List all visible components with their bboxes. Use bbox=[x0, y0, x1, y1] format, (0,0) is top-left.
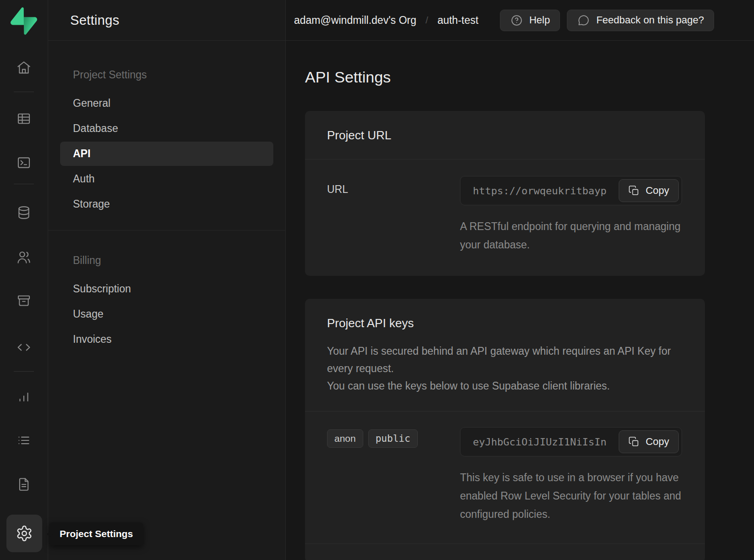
api-keys-card-title: Project API keys bbox=[327, 316, 683, 330]
breadcrumb: adam@windmill.dev's Org / auth-test bbox=[294, 14, 478, 27]
next-key-row-cutoff bbox=[305, 544, 705, 560]
rail-item-database[interactable] bbox=[14, 203, 34, 223]
anon-key-value: eyJhbGciOiJIUzI1NiIsIn bbox=[473, 436, 606, 448]
app-window: Project Settings Settings Project Settin… bbox=[0, 0, 754, 560]
top-bar: adam@windmill.dev's Org / auth-test Help… bbox=[286, 0, 754, 41]
sidebar-divider bbox=[48, 230, 285, 231]
rail-item-sql-editor[interactable] bbox=[14, 153, 34, 173]
project-url-card: Project URL URL https://orwqeukritbayp bbox=[305, 111, 705, 276]
edge-functions-icon bbox=[16, 340, 32, 355]
supabase-logo[interactable] bbox=[11, 7, 37, 34]
feedback-button[interactable]: Feedback on this page? bbox=[567, 10, 714, 31]
page-content: API Settings Project URL URL https://orw… bbox=[286, 41, 754, 560]
project-url-card-title: Project URL bbox=[327, 128, 683, 143]
rail-item-storage[interactable] bbox=[14, 291, 34, 311]
rail-item-table-editor[interactable] bbox=[14, 109, 34, 129]
anon-badge: anon bbox=[327, 429, 363, 448]
url-row-content: https://orwqeukritbayp Copy A RESTful en… bbox=[460, 176, 682, 254]
gear-icon bbox=[16, 525, 33, 542]
anon-key-content: eyJhbGciOiJIUzI1NiIsIn Copy This key is … bbox=[460, 427, 682, 523]
breadcrumb-org[interactable]: adam@windmill.dev's Org bbox=[294, 14, 416, 27]
rail-divider bbox=[14, 92, 34, 92]
anon-key-description: This key is safe to use in a browser if … bbox=[460, 468, 682, 523]
page-title: API Settings bbox=[305, 68, 705, 86]
supabase-logo-icon bbox=[11, 7, 37, 35]
public-badge: public bbox=[368, 429, 418, 448]
anon-key-row: anon public eyJhbGciOiJIUzI1NiIsIn bbox=[305, 411, 705, 544]
settings-sidebar: Settings Project Settings General Databa… bbox=[48, 0, 286, 560]
sql-editor-icon bbox=[16, 155, 32, 170]
feedback-button-label: Feedback on this page? bbox=[596, 14, 704, 26]
sidebar-title: Settings bbox=[70, 13, 119, 28]
tooltip-label: Project Settings bbox=[60, 528, 133, 539]
sidebar-item-auth[interactable]: Auth bbox=[60, 167, 273, 191]
project-url-value: https://orwqeukritbayp bbox=[473, 185, 606, 197]
url-description: A RESTful endpoint for querying and mana… bbox=[460, 217, 682, 254]
rail-item-home[interactable] bbox=[14, 58, 34, 78]
project-settings-tooltip: Project Settings bbox=[50, 522, 143, 545]
reports-icon bbox=[16, 389, 32, 404]
url-label: URL bbox=[327, 176, 460, 254]
copy-anon-key-button[interactable]: Copy bbox=[619, 430, 679, 453]
rail-item-logs[interactable] bbox=[14, 430, 34, 450]
rail-item-api-docs[interactable] bbox=[14, 474, 34, 494]
sidebar-item-database[interactable]: Database bbox=[60, 116, 273, 141]
sidebar-item-subscription[interactable]: Subscription bbox=[60, 277, 273, 301]
copy-url-label: Copy bbox=[646, 185, 669, 197]
url-input-group: https://orwqeukritbayp Copy bbox=[460, 176, 682, 205]
auth-users-icon bbox=[16, 250, 32, 265]
breadcrumb-separator: / bbox=[426, 15, 428, 26]
rail-item-project-settings[interactable] bbox=[6, 515, 42, 552]
sidebar-item-general[interactable]: General bbox=[60, 91, 273, 115]
help-circle-icon bbox=[510, 14, 523, 27]
settings-sidebar-header: Settings bbox=[48, 0, 285, 41]
rail-item-reports[interactable] bbox=[14, 386, 34, 406]
sidebar-item-api[interactable]: API bbox=[60, 142, 273, 166]
nav-rail bbox=[0, 0, 48, 560]
copy-url-button[interactable]: Copy bbox=[619, 179, 679, 202]
copy-icon bbox=[628, 185, 640, 197]
storage-icon bbox=[16, 293, 32, 308]
breadcrumb-project[interactable]: auth-test bbox=[438, 14, 479, 27]
section-label-project-settings: Project Settings bbox=[60, 69, 273, 81]
rail-divider bbox=[14, 184, 34, 184]
rail-item-edge-functions[interactable] bbox=[14, 337, 34, 357]
sidebar-item-storage[interactable]: Storage bbox=[60, 192, 273, 216]
logs-icon bbox=[16, 433, 32, 448]
sidebar-item-invoices[interactable]: Invoices bbox=[60, 327, 273, 351]
api-keys-card: Project API keys Your API is secured beh… bbox=[305, 299, 705, 560]
help-button-label: Help bbox=[529, 14, 550, 26]
anon-key-input-group: eyJhbGciOiJIUzI1NiIsIn Copy bbox=[460, 427, 682, 456]
sidebar-item-usage[interactable]: Usage bbox=[60, 302, 273, 326]
anon-key-badges: anon public bbox=[327, 427, 460, 523]
database-icon bbox=[16, 205, 32, 220]
api-keys-card-header: Project API keys Your API is secured beh… bbox=[305, 299, 705, 411]
api-keys-description-1: Your API is secured behind an API gatewa… bbox=[327, 342, 683, 377]
section-label-billing: Billing bbox=[60, 254, 273, 267]
api-keys-description-2: You can use the keys below to use Supaba… bbox=[327, 377, 683, 395]
help-button[interactable]: Help bbox=[500, 10, 560, 31]
api-docs-icon bbox=[16, 477, 32, 492]
home-icon bbox=[16, 60, 32, 76]
chat-bubble-icon bbox=[577, 14, 590, 27]
copy-icon bbox=[628, 436, 640, 448]
copy-anon-key-label: Copy bbox=[646, 436, 669, 448]
table-editor-icon bbox=[16, 111, 32, 126]
rail-divider bbox=[14, 371, 34, 372]
settings-sidebar-body: Project Settings General Database API Au… bbox=[48, 41, 285, 351]
rail-item-auth[interactable] bbox=[14, 247, 34, 268]
project-url-card-header: Project URL bbox=[305, 111, 705, 159]
url-row: URL https://orwqeukritbayp Copy bbox=[305, 159, 705, 276]
main-area: adam@windmill.dev's Org / auth-test Help… bbox=[286, 0, 754, 560]
